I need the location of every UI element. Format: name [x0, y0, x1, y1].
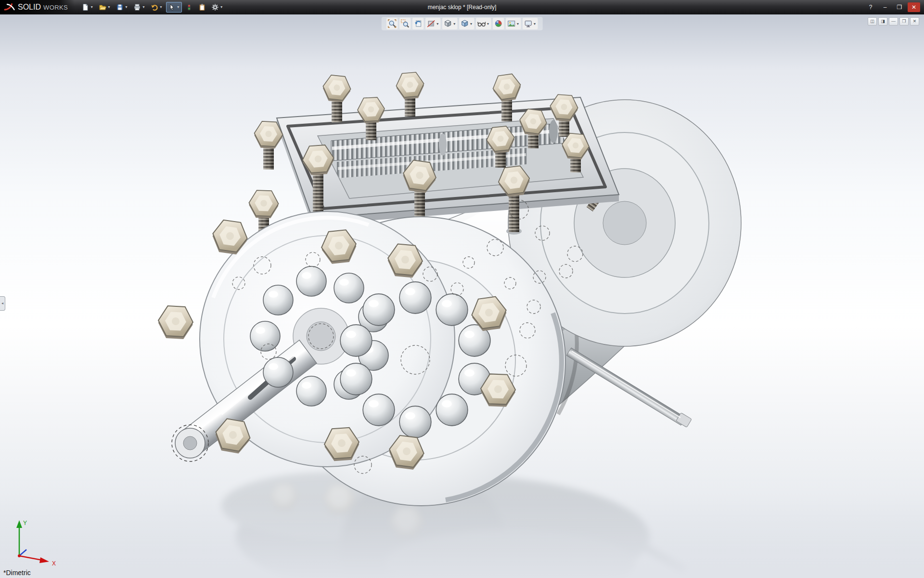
y-axis-label: Y	[23, 520, 27, 526]
graphics-area[interactable]: ▼ ▼ ▼	[0, 14, 924, 578]
save-button[interactable]: ▼	[114, 2, 130, 13]
file-properties-button[interactable]	[196, 2, 208, 13]
section-view-button[interactable]: ▼	[425, 18, 441, 29]
print-button[interactable]: ▼	[131, 2, 147, 13]
rebuild-traffic-light-icon	[185, 3, 193, 11]
section-view-icon	[427, 19, 436, 28]
y-axis-arrow	[16, 520, 22, 528]
previous-view-button[interactable]	[412, 18, 424, 29]
dropdown-caret: ▼	[107, 5, 111, 9]
view-settings-button[interactable]: ▼	[522, 18, 538, 29]
brand-solid: SOLID	[18, 3, 41, 12]
minimize-button[interactable]: –	[879, 2, 891, 12]
new-document-icon	[81, 3, 89, 11]
hide-show-items-button[interactable]: ▼	[476, 18, 491, 29]
dropdown-caret: ▼	[436, 22, 439, 26]
edit-appearance-button[interactable]	[492, 18, 504, 29]
display-style-icon	[461, 19, 469, 28]
dropdown-caret: ▼	[142, 5, 145, 9]
dropdown-caret: ▼	[177, 5, 180, 9]
ds-logo-icon	[4, 3, 15, 12]
print-icon	[133, 3, 141, 11]
window-controls: ? – ❐ ✕	[864, 2, 924, 12]
feature-pane-collapsed-tab[interactable]: ◂	[0, 296, 5, 311]
view-orientation-button[interactable]: ▼	[442, 18, 458, 29]
eyeglasses-icon	[477, 19, 486, 28]
zoom-to-fit-button[interactable]	[386, 18, 398, 29]
output-shaft[interactable]	[566, 348, 692, 427]
close-button[interactable]: ✕	[908, 2, 920, 12]
restore-document-button[interactable]: ❐	[899, 17, 909, 26]
open-button[interactable]: ▼	[97, 2, 113, 13]
heads-up-view-toolbar: ▼ ▼ ▼	[382, 17, 543, 30]
select-button[interactable]: ▼	[166, 2, 182, 13]
reference-triad: Y X	[6, 513, 64, 566]
solidworks-logo: SOLIDWORKS	[0, 0, 75, 14]
brand-works: WORKS	[43, 4, 68, 11]
zoom-to-area-icon	[401, 19, 410, 28]
main-toolbar: ▼ ▼ ▼ ▼ ▼	[75, 2, 225, 13]
dropdown-caret: ▼	[470, 22, 473, 26]
dropdown-caret: ▼	[516, 22, 519, 26]
title-bar: SOLIDWORKS ▼ ▼ ▼	[0, 0, 924, 14]
restore-button[interactable]: ❐	[893, 2, 906, 12]
previous-view-icon	[414, 19, 423, 28]
dropdown-caret: ▼	[533, 22, 536, 26]
zoom-to-area-button[interactable]	[399, 18, 411, 29]
display-style-button[interactable]: ▼	[459, 18, 475, 29]
close-document-button[interactable]: ✕	[910, 17, 919, 26]
undo-button[interactable]: ▼	[149, 2, 165, 13]
open-folder-icon	[99, 3, 106, 11]
dropdown-caret: ▼	[453, 22, 456, 26]
new-document-button[interactable]: ▼	[79, 2, 95, 13]
window-title: menjac sklop * [Read-only]	[428, 0, 497, 14]
gearbox-assembly-model[interactable]	[0, 14, 924, 578]
view-orientation-cube-icon	[444, 19, 452, 28]
dropdown-caret: ▼	[220, 5, 223, 9]
dropdown-caret: ▼	[159, 5, 163, 9]
undo-icon	[151, 3, 158, 11]
help-button[interactable]: ?	[864, 2, 877, 12]
rebuild-button[interactable]	[183, 2, 195, 13]
scene-photo-icon	[507, 19, 515, 28]
dropdown-caret: ▼	[90, 5, 93, 9]
view-orientation-label: *Dimetric	[3, 569, 31, 577]
document-window-controls: ◫ ◨ — ❐ ✕	[868, 17, 919, 26]
gear-icon	[211, 3, 219, 11]
select-cursor-icon	[168, 3, 176, 11]
zoom-to-fit-icon	[388, 19, 397, 28]
reflection-fade	[0, 496, 924, 578]
view-settings-icon	[524, 19, 532, 28]
show-feature-pane-button[interactable]: ◨	[878, 17, 887, 26]
dropdown-caret: ▼	[487, 22, 490, 26]
options-button[interactable]: ▼	[209, 2, 225, 13]
x-axis-arrow	[39, 557, 49, 563]
minimize-document-button[interactable]: —	[889, 17, 898, 26]
show-display-pane-button[interactable]: ◫	[868, 17, 877, 26]
clipboard-icon	[198, 3, 206, 11]
x-axis-label: X	[52, 560, 56, 566]
dropdown-caret: ▼	[125, 5, 128, 9]
save-icon	[116, 3, 124, 11]
apply-scene-button[interactable]: ▼	[505, 18, 521, 29]
appearance-ball-icon	[494, 19, 502, 28]
